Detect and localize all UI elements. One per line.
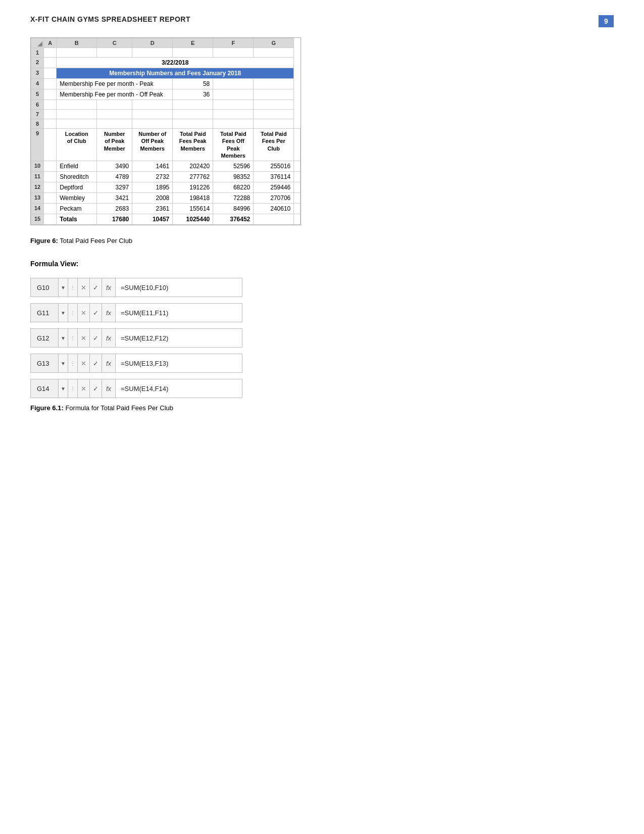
- col-header-a: A: [44, 38, 57, 48]
- formula-text-g13: =SUM(E13,F13): [116, 354, 242, 372]
- table-row: 9 Locationof Club Numberof PeakMember Nu…: [31, 129, 301, 161]
- offpeak-members-shoreditch: 2732: [132, 172, 173, 182]
- page-title: X-FIT CHAIN GYMS SPREADSHEET REPORT: [30, 15, 190, 23]
- separator-g14: ⋮: [68, 379, 78, 398]
- date-cell: 3/22/2018: [57, 58, 294, 68]
- row-num-12: 12: [31, 182, 44, 193]
- figure61-caption: Figure 6.1: Formula for Total Paid Fees …: [30, 404, 614, 412]
- offpeak-members-peckam: 2361: [132, 204, 173, 214]
- figure6-label: Figure 6:: [30, 237, 58, 244]
- corner-cell: [31, 38, 44, 48]
- offpeak-fee-value: 36: [173, 89, 213, 100]
- table-row: 3 Membership Numbers and Fees January 20…: [31, 68, 301, 79]
- totals-row: 15 Totals 17680 10457 1025440 376452: [31, 214, 301, 225]
- dropdown-g12[interactable]: ▼: [59, 329, 68, 347]
- location-enfield: Enfield: [57, 161, 97, 172]
- totals-label: Totals: [57, 214, 97, 225]
- cell-ref-g13: G13: [31, 354, 59, 372]
- location-shoreditch: Shoreditch: [57, 172, 97, 182]
- location-peckam: Peckam: [57, 204, 97, 214]
- fx-g11: fx: [102, 304, 116, 322]
- col-total-club: Total PaidFees PerClub: [254, 129, 294, 161]
- row-num-7: 7: [31, 110, 44, 119]
- page-number: 9: [599, 15, 614, 27]
- total-peak-shoreditch: 277762: [173, 172, 213, 182]
- formula-container: G10 ▼ ⋮ ✕ ✓ fx =SUM(E10,F10) G11 ▼ ⋮ ✕ ✓…: [30, 278, 614, 398]
- fx-g12: fx: [102, 329, 116, 347]
- formula-row-g11: G11 ▼ ⋮ ✕ ✓ fx =SUM(E11,F11): [30, 303, 242, 322]
- col-header-row: A B C D E F G: [31, 38, 301, 48]
- confirm-g10[interactable]: ✓: [90, 278, 102, 297]
- dropdown-g14[interactable]: ▼: [59, 379, 68, 398]
- row-num-4: 4: [31, 79, 44, 89]
- cancel-g13[interactable]: ✕: [78, 354, 90, 372]
- corner-triangle: [37, 41, 42, 46]
- total-peak-peckam: 155614: [173, 204, 213, 214]
- cancel-g14[interactable]: ✕: [78, 379, 90, 398]
- table-row: 11 Shoreditch 4789 2732 277762 98352 376…: [31, 172, 301, 182]
- formula-text-g12: =SUM(E12,F12): [116, 329, 242, 347]
- cell-ref-g11: G11: [31, 304, 59, 322]
- page-header: X-FIT CHAIN GYMS SPREADSHEET REPORT 9: [30, 15, 614, 27]
- table-row: 1: [31, 48, 301, 58]
- confirm-g11[interactable]: ✓: [90, 304, 102, 322]
- offpeak-members-wembley: 2008: [132, 193, 173, 204]
- total-peak-deptford: 191226: [173, 182, 213, 193]
- total-club-shoreditch: 376114: [254, 172, 294, 182]
- peak-members-wembley: 3421: [97, 193, 132, 204]
- offpeak-members-deptford: 1895: [132, 182, 173, 193]
- fx-g14: fx: [102, 379, 116, 398]
- spreadsheet: A B C D E F G 1 2: [31, 38, 301, 225]
- confirm-g12[interactable]: ✓: [90, 329, 102, 347]
- formula-view-title: Formula View:: [30, 260, 614, 268]
- cancel-g10[interactable]: ✕: [78, 278, 90, 297]
- cancel-g11[interactable]: ✕: [78, 304, 90, 322]
- dropdown-g11[interactable]: ▼: [59, 304, 68, 322]
- row-num-5: 5: [31, 89, 44, 100]
- col-location: Locationof Club: [57, 129, 97, 161]
- formula-text-g11: =SUM(E11,F11): [116, 304, 242, 322]
- offpeak-members-enfield: 1461: [132, 161, 173, 172]
- col-offpeak-members: Number ofOff PeakMembers: [132, 129, 173, 161]
- row-num-15: 15: [31, 214, 44, 225]
- cancel-g12[interactable]: ✕: [78, 329, 90, 347]
- dropdown-g13[interactable]: ▼: [59, 354, 68, 372]
- location-wembley: Wembley: [57, 193, 97, 204]
- table-row: 14 Peckam 2683 2361 155614 84996 240610: [31, 204, 301, 214]
- col-total-peak: Total PaidFees PeakMembers: [173, 129, 213, 161]
- formula-row-g10: G10 ▼ ⋮ ✕ ✓ fx =SUM(E10,F10): [30, 278, 242, 297]
- col-total-offpeak: Total PaidFees OffPeakMembers: [213, 129, 254, 161]
- totals-peak-fees: 1025440: [173, 214, 213, 225]
- table-row: 6: [31, 100, 301, 110]
- total-peak-enfield: 202420: [173, 161, 213, 172]
- totals-offpeak-members: 10457: [132, 214, 173, 225]
- col-peak-members: Numberof PeakMember: [97, 129, 132, 161]
- row-num-10: 10: [31, 161, 44, 172]
- cell-ref-g14: G14: [31, 379, 59, 398]
- separator-g11: ⋮: [68, 304, 78, 322]
- confirm-g13[interactable]: ✓: [90, 354, 102, 372]
- col-header-c: C: [97, 38, 132, 48]
- cell-ref-g10: G10: [31, 278, 59, 297]
- location-deptford: Deptford: [57, 182, 97, 193]
- total-peak-wembley: 198418: [173, 193, 213, 204]
- cell-ref-g12: G12: [31, 329, 59, 347]
- table-row: 5 Membership Fee per month - Off Peak 36: [31, 89, 301, 100]
- table-row: 12 Deptford 3297 1895 191226 68220 25944…: [31, 182, 301, 193]
- dropdown-g10[interactable]: ▼: [59, 278, 68, 297]
- total-club-deptford: 259446: [254, 182, 294, 193]
- row-num-9: 9: [31, 129, 44, 161]
- peak-members-deptford: 3297: [97, 182, 132, 193]
- row-num-1: 1: [31, 48, 44, 58]
- total-club-peckam: 240610: [254, 204, 294, 214]
- total-offpeak-shoreditch: 98352: [213, 172, 254, 182]
- row-num-14: 14: [31, 204, 44, 214]
- figure61-text: Formula for Total Paid Fees Per Club: [65, 404, 173, 412]
- figure6-caption: Figure 6: Total Paid Fees Per Club: [30, 237, 614, 244]
- table-row: 10 Enfield 3490 1461 202420 52596 255016: [31, 161, 301, 172]
- fx-g13: fx: [102, 354, 116, 372]
- formula-text-g10: =SUM(E10,F10): [116, 278, 242, 297]
- col-header-f: F: [213, 38, 254, 48]
- separator-g10: ⋮: [68, 278, 78, 297]
- confirm-g14[interactable]: ✓: [90, 379, 102, 398]
